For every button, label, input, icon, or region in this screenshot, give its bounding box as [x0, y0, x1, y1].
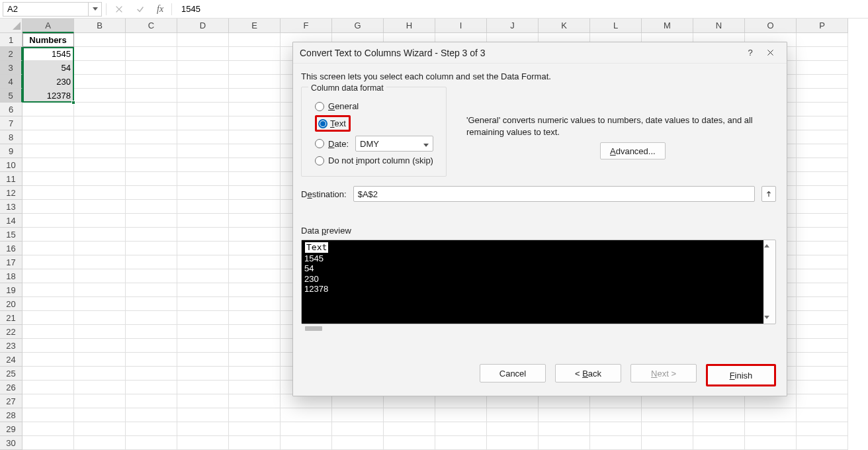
cell[interactable] — [229, 33, 281, 47]
cell[interactable] — [22, 200, 74, 214]
cell[interactable] — [177, 408, 229, 422]
cell[interactable] — [74, 228, 126, 242]
cell[interactable] — [177, 283, 229, 297]
cell[interactable] — [126, 353, 177, 367]
cancel-button[interactable]: Cancel — [480, 364, 546, 382]
cell[interactable] — [539, 422, 590, 436]
cell[interactable] — [126, 242, 177, 255]
cell[interactable] — [74, 89, 126, 103]
column-header[interactable]: M — [642, 19, 693, 33]
row-header[interactable]: 28 — [0, 408, 22, 422]
cell[interactable] — [797, 158, 848, 172]
cell[interactable] — [22, 436, 74, 450]
row-header[interactable]: 4 — [0, 75, 22, 89]
column-header[interactable]: B — [74, 19, 126, 33]
cell[interactable] — [797, 89, 848, 103]
cell[interactable] — [797, 214, 848, 228]
name-box-dropdown[interactable] — [88, 3, 101, 16]
cell[interactable] — [745, 436, 797, 450]
cell[interactable] — [281, 394, 332, 408]
cell[interactable] — [74, 255, 126, 269]
cell[interactable] — [229, 75, 281, 89]
cell[interactable] — [487, 422, 539, 436]
row-header[interactable]: 23 — [0, 339, 22, 353]
cell[interactable] — [74, 33, 126, 47]
cell[interactable] — [22, 186, 74, 200]
cell[interactable] — [384, 394, 435, 408]
row-header[interactable]: 29 — [0, 422, 22, 436]
cell[interactable] — [229, 228, 281, 242]
cell[interactable] — [22, 339, 74, 353]
cell[interactable] — [74, 283, 126, 297]
cell[interactable] — [229, 103, 281, 116]
cell[interactable] — [74, 116, 126, 130]
cell[interactable] — [229, 255, 281, 269]
cell[interactable] — [229, 200, 281, 214]
row-header[interactable]: 16 — [0, 242, 22, 255]
cell[interactable] — [229, 214, 281, 228]
cell[interactable] — [177, 242, 229, 255]
cell[interactable] — [126, 61, 177, 75]
radio-general[interactable]: General — [315, 101, 439, 111]
cell[interactable] — [435, 422, 487, 436]
cell[interactable] — [590, 394, 642, 408]
column-header[interactable]: F — [281, 19, 332, 33]
cell[interactable]: 230 — [22, 75, 74, 89]
cell[interactable] — [590, 436, 642, 450]
cell[interactable] — [177, 339, 229, 353]
row-header[interactable]: 13 — [0, 200, 22, 214]
cell[interactable] — [177, 144, 229, 158]
cell[interactable] — [177, 269, 229, 283]
cell[interactable] — [229, 61, 281, 75]
column-header[interactable]: N — [693, 19, 745, 33]
cell[interactable] — [22, 408, 74, 422]
cell[interactable] — [126, 436, 177, 450]
cell[interactable] — [693, 408, 745, 422]
cell[interactable] — [74, 422, 126, 436]
cell[interactable] — [126, 228, 177, 242]
close-icon[interactable] — [760, 44, 780, 62]
row-header[interactable]: 1 — [0, 33, 22, 47]
column-header[interactable]: A — [22, 19, 74, 33]
cell[interactable] — [22, 172, 74, 186]
date-format-combo[interactable]: DMY — [355, 136, 433, 152]
cell[interactable] — [281, 408, 332, 422]
cell[interactable] — [435, 394, 487, 408]
column-header[interactable]: C — [126, 19, 177, 33]
column-header[interactable]: D — [177, 19, 229, 33]
cell[interactable] — [797, 144, 848, 158]
select-all-corner[interactable] — [0, 19, 22, 33]
formula-input[interactable]: 1545 — [176, 2, 865, 17]
cell[interactable] — [126, 269, 177, 283]
cell[interactable] — [332, 422, 384, 436]
cell[interactable] — [126, 75, 177, 89]
row-header[interactable]: 24 — [0, 353, 22, 367]
cell[interactable]: 1545 — [22, 47, 74, 61]
cell[interactable] — [177, 116, 229, 130]
cell[interactable] — [22, 158, 74, 172]
cell[interactable] — [539, 436, 590, 450]
cell[interactable] — [435, 436, 487, 450]
cell[interactable] — [74, 367, 126, 381]
cell[interactable] — [539, 408, 590, 422]
cell[interactable]: Numbers — [22, 33, 74, 47]
cell[interactable] — [590, 422, 642, 436]
row-header[interactable]: 3 — [0, 61, 22, 75]
cell[interactable] — [177, 186, 229, 200]
column-header[interactable]: H — [384, 19, 435, 33]
cell[interactable] — [177, 172, 229, 186]
cell[interactable] — [126, 255, 177, 269]
cell[interactable] — [177, 422, 229, 436]
column-header[interactable]: P — [797, 19, 848, 33]
row-header[interactable]: 9 — [0, 144, 22, 158]
column-header[interactable]: I — [435, 19, 487, 33]
cell[interactable] — [74, 47, 126, 61]
row-header[interactable]: 10 — [0, 158, 22, 172]
finish-button[interactable]: Finish — [706, 364, 776, 386]
column-header[interactable]: L — [590, 19, 642, 33]
cell[interactable] — [797, 367, 848, 381]
cell[interactable] — [74, 75, 126, 89]
radio-skip[interactable]: Do not import column (skip) — [315, 156, 439, 165]
cell[interactable] — [797, 33, 848, 47]
cell[interactable] — [126, 408, 177, 422]
